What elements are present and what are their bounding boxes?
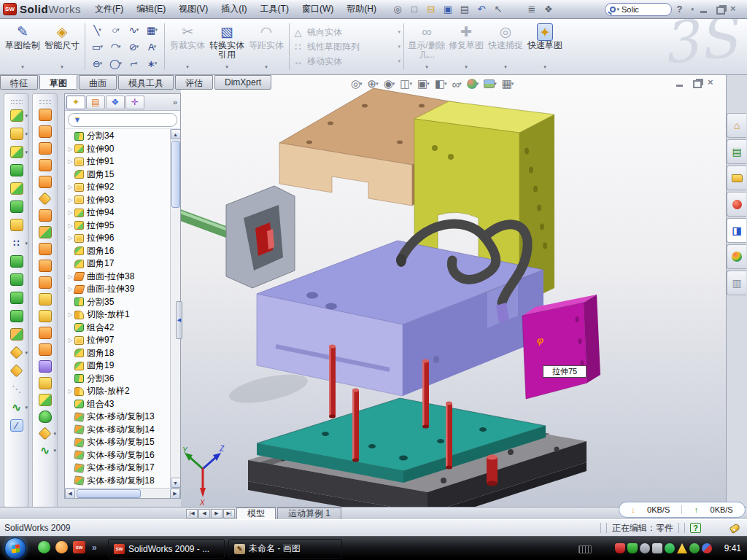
chevron-down-icon[interactable]: ▾ <box>25 350 28 356</box>
toolbar-icon[interactable] <box>33 257 57 274</box>
sketch-tool-button[interactable]: A▾ <box>143 39 161 55</box>
toolbar-icon[interactable] <box>33 157 57 174</box>
save-icon[interactable]: ▣ <box>441 2 455 16</box>
chevron-down-icon[interactable]: ▾ <box>53 448 56 454</box>
expand-arrow[interactable]: ▷ <box>66 209 74 216</box>
chevron-down-icon[interactable]: ▾ <box>61 62 63 72</box>
command-tab[interactable]: 曲面 <box>79 75 117 90</box>
toolbar-icon[interactable] <box>33 375 57 392</box>
ribbon-row-button[interactable]: △ 镜向实体 ▾ <box>293 26 400 39</box>
toolbar-icon[interactable]: ▾ <box>4 106 28 125</box>
tree-item[interactable]: ▷ 切除-放样2 <box>65 385 170 398</box>
toolbar-icon[interactable] <box>33 224 57 241</box>
toolbar-icon[interactable]: ∿ ▾ <box>33 442 57 459</box>
tree-item[interactable]: 实体-移动/复制13 <box>65 411 170 424</box>
tree-item[interactable]: ▷ 拉伸91 <box>65 155 170 168</box>
sketch-tool-button[interactable]: ∿▾ <box>125 22 143 39</box>
scroll-left-button[interactable]: ◀ <box>65 489 75 499</box>
health-icon[interactable] <box>689 543 700 553</box>
ribbon-big-button[interactable]: ✎ 草图绘制 ▾ <box>3 21 42 72</box>
toolbar-icon[interactable] <box>4 198 28 216</box>
gear-icon[interactable] <box>640 543 650 553</box>
toolbar-icon[interactable] <box>33 324 57 341</box>
sketch-tool-button[interactable]: ○▾ <box>107 22 125 39</box>
ribbon-big-button[interactable]: ◠ 等距实体 ▾ <box>247 21 286 72</box>
search-box[interactable]: ▾ Solic <box>605 3 672 16</box>
tree-item[interactable]: 实体-移动/复制18 <box>65 475 170 488</box>
configurationmanager-tab[interactable]: ❖ <box>106 96 125 109</box>
chevron-down-icon[interactable]: ▾ <box>53 431 56 437</box>
tree-item[interactable]: 组合43 <box>65 398 170 411</box>
toolbar-icon[interactable] <box>4 307 28 325</box>
quick-launch-chevron[interactable]: » <box>92 542 97 553</box>
custom-properties-tab[interactable]: ▥ <box>727 271 746 295</box>
toolbar-icon[interactable]: ▾ <box>4 343 28 362</box>
tree-item[interactable]: ▷ 曲面-拉伸39 <box>65 283 170 296</box>
expand-arrow[interactable]: ▷ <box>66 337 74 343</box>
toolbar-icon[interactable] <box>33 358 57 375</box>
expand-arrow[interactable]: ▷ <box>66 184 74 190</box>
ribbon-row-button[interactable]: ∷ 线性草图阵列 ▾ <box>293 41 400 53</box>
toolbar-icon[interactable]: ⋱ <box>4 380 28 398</box>
solidworks-quicklaunch-icon[interactable]: SW <box>73 541 85 553</box>
ribbon-row-button[interactable]: ↔ 移动实体 ▾ <box>293 55 400 68</box>
expand-arrow[interactable]: ▷ <box>66 146 74 152</box>
menu-item[interactable]: 插入(I) <box>214 1 253 18</box>
tree-item[interactable]: ▷ 拉伸92 <box>65 181 170 194</box>
tree-item[interactable]: ▷ 拉伸96 <box>65 232 170 245</box>
command-tab[interactable]: 模具工具 <box>118 75 174 90</box>
display-style-icon[interactable]: ◧ ▾ <box>435 77 447 90</box>
search-input[interactable]: Solic <box>622 5 639 14</box>
graphics-viewport[interactable]: φ <box>181 75 726 507</box>
tree-item[interactable]: 圆角15 <box>65 168 170 182</box>
hide-show-items-icon[interactable]: ∞ ▾ <box>452 78 461 90</box>
chevron-down-icon[interactable]: ▾ <box>398 44 400 50</box>
view-palette-tab[interactable]: ◨ <box>727 218 746 243</box>
tree-item[interactable]: 圆角19 <box>65 359 170 373</box>
sketch-tool-button[interactable]: ◠▾ <box>107 39 125 55</box>
select-icon[interactable]: ↖ <box>491 2 506 16</box>
tree-item[interactable]: ▷ 拉伸94 <box>65 206 170 219</box>
more-tabs-chevron[interactable]: » <box>173 98 179 106</box>
tree-item[interactable]: 实体-移动/复制17 <box>65 462 170 475</box>
edit-appearance-icon[interactable]: ▾ <box>467 79 479 89</box>
scroll-right-button[interactable]: ▶ <box>170 489 180 499</box>
chevron-down-icon[interactable]: ▾ <box>543 62 546 72</box>
print-icon[interactable]: ▤ <box>457 2 472 16</box>
propertymanager-tab[interactable]: ▤ <box>86 96 105 109</box>
sketch-tool-button[interactable]: ⊖▾ <box>88 55 107 72</box>
toolbar-icon[interactable] <box>33 291 57 308</box>
tag-icon[interactable] <box>729 523 741 534</box>
tree-item[interactable]: ▷ 拉伸95 <box>65 219 170 233</box>
menu-item[interactable]: 文件(F) <box>88 1 130 18</box>
tree-item[interactable]: 实体-移动/复制16 <box>65 449 170 462</box>
tree-horizontal-scrollbar[interactable]: ◀ ▶ <box>65 488 180 498</box>
open-icon[interactable]: ⊟ <box>424 2 438 16</box>
toolbar-icon[interactable]: ∿ ▾ <box>4 398 28 416</box>
command-tab[interactable]: 评估 <box>175 75 213 90</box>
toolbar-icon[interactable]: ▾ <box>33 425 57 442</box>
document-tab[interactable]: 模型 <box>236 508 276 519</box>
chevron-down-icon[interactable]: ▾ <box>25 405 28 411</box>
menu-item[interactable]: 帮助(H) <box>340 1 383 18</box>
chevron-down-icon[interactable]: ▾ <box>504 62 507 72</box>
sketch-tool-button[interactable]: ⌐▾ <box>125 55 143 72</box>
command-tab[interactable]: 草图 <box>39 75 77 90</box>
toolbar-icon[interactable] <box>33 140 57 157</box>
featuremanager-tab[interactable]: ✦ <box>66 96 85 109</box>
tab-nav-button[interactable]: ▶| <box>223 509 235 518</box>
rebuild-traffic-light-icon[interactable] <box>508 2 522 16</box>
tree-item[interactable]: 分割35 <box>65 296 170 309</box>
tree-item[interactable]: 圆角18 <box>65 347 170 360</box>
taskbar-clock[interactable]: 9:41 <box>724 543 741 553</box>
ribbon-big-button[interactable]: ▧ 转换实体引用 ▾ <box>207 21 247 72</box>
toolbar-icon[interactable] <box>33 241 57 257</box>
dimxpertmanager-tab[interactable]: ✛ <box>125 96 144 109</box>
warning-icon[interactable] <box>677 543 687 553</box>
toolbar-icon[interactable] <box>4 216 28 234</box>
menu-item[interactable]: 编辑(E) <box>130 1 172 18</box>
ribbon-big-button[interactable]: ✚ 修复草图 ▾ <box>446 21 486 72</box>
section-view-icon[interactable]: ◫ ▾ <box>400 77 412 90</box>
network-icon[interactable] <box>702 543 712 553</box>
chevron-down-icon[interactable]: ▾ <box>265 62 268 72</box>
